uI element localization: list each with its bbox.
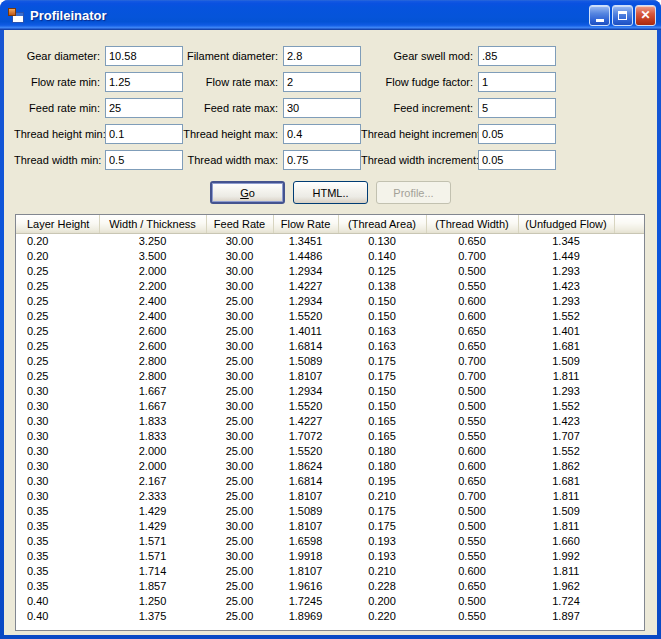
column-header-feed-rate[interactable]: Feed Rate	[206, 215, 273, 233]
app-window: Profileinator ✕ Gear diameter: Filament …	[0, 0, 661, 639]
table-row[interactable]: 0.302.33325.001.81070.2100.7001.811	[16, 488, 644, 503]
thread-height-increment-input[interactable]	[478, 124, 556, 144]
table-row[interactable]: 0.252.40025.001.29340.1500.6001.293	[16, 293, 644, 308]
table-cell: 0.500	[426, 398, 518, 413]
feed-increment-input[interactable]	[478, 98, 556, 118]
feed-rate-min-input[interactable]	[105, 98, 183, 118]
table-row[interactable]: 0.252.80030.001.81070.1750.7001.811	[16, 368, 644, 383]
table-row[interactable]: 0.301.83330.001.70720.1650.5501.707	[16, 428, 644, 443]
table-row[interactable]: 0.351.57130.001.99180.1930.5501.992	[16, 548, 644, 563]
table-row[interactable]: 0.301.66725.001.29340.1500.5001.293	[16, 383, 644, 398]
flow-rate-min-input[interactable]	[105, 72, 183, 92]
table-cell-filler	[614, 233, 644, 248]
go-button[interactable]: Go	[210, 181, 285, 204]
column-header-layer-height[interactable]: Layer Height	[16, 215, 99, 233]
table-cell: 0.25	[16, 368, 99, 383]
results-listview[interactable]: Layer Height Width / Thickness Feed Rate…	[15, 214, 645, 631]
titlebar-controls: ✕	[589, 5, 656, 26]
table-row[interactable]: 0.401.25025.001.72450.2000.5001.724	[16, 593, 644, 608]
table-cell: 1.5089	[273, 503, 338, 518]
table-cell: 0.550	[426, 548, 518, 563]
table-cell: 1.5520	[273, 398, 338, 413]
table-cell: 1.862	[518, 458, 614, 473]
table-row[interactable]: 0.252.20030.001.42270.1380.5501.423	[16, 278, 644, 293]
table-row[interactable]: 0.302.00025.001.55200.1800.6001.552	[16, 443, 644, 458]
thread-height-min-input[interactable]	[105, 124, 183, 144]
table-row[interactable]: 0.252.60025.001.40110.1630.6501.401	[16, 323, 644, 338]
feed-rate-max-input[interactable]	[283, 98, 361, 118]
table-cell: 1.8624	[273, 458, 338, 473]
table-row[interactable]: 0.351.85725.001.96160.2280.6501.962	[16, 578, 644, 593]
table-cell: 1.552	[518, 443, 614, 458]
thread-width-max-input[interactable]	[283, 150, 361, 170]
table-cell: 1.811	[518, 488, 614, 503]
table-row[interactable]: 0.302.16725.001.68140.1950.6501.681	[16, 473, 644, 488]
table-cell: 1.8969	[273, 608, 338, 623]
gear-swell-mod-input[interactable]	[478, 46, 556, 66]
table-row[interactable]: 0.252.40030.001.55200.1500.6001.552	[16, 308, 644, 323]
thread-height-min-label: Thread height min:	[14, 128, 105, 140]
profile-button[interactable]: Profile...	[376, 181, 451, 204]
table-row[interactable]: 0.351.42925.001.50890.1750.5001.509	[16, 503, 644, 518]
table-cell: 0.20	[16, 233, 99, 248]
table-row[interactable]: 0.203.50030.001.44860.1400.7001.449	[16, 248, 644, 263]
table-cell-filler	[614, 488, 644, 503]
minimize-button[interactable]	[589, 5, 610, 26]
table-cell: 0.25	[16, 353, 99, 368]
thread-width-increment-input[interactable]	[478, 150, 556, 170]
table-cell: 1.293	[518, 293, 614, 308]
table-row[interactable]: 0.302.00030.001.86240.1800.6001.862	[16, 458, 644, 473]
table-row[interactable]: 0.351.57125.001.65980.1930.5501.660	[16, 533, 644, 548]
table-row[interactable]: 0.351.71425.001.81070.2100.6001.811	[16, 563, 644, 578]
table-cell: 25.00	[206, 473, 273, 488]
maximize-button[interactable]	[612, 5, 633, 26]
table-row[interactable]: 0.203.25030.001.34510.1300.6501.345	[16, 233, 644, 248]
gear-diameter-input[interactable]	[105, 46, 183, 66]
table-cell: 30.00	[206, 278, 273, 293]
table-cell: 30.00	[206, 428, 273, 443]
table-cell: 0.150	[338, 308, 426, 323]
html-button[interactable]: HTML..	[293, 181, 368, 204]
table-cell: 1.9616	[273, 578, 338, 593]
table-cell: 0.220	[338, 608, 426, 623]
filament-diameter-input[interactable]	[283, 46, 361, 66]
table-row[interactable]: 0.301.83325.001.42270.1650.5501.423	[16, 413, 644, 428]
column-header-thread-area[interactable]: (Thread Area)	[338, 215, 426, 233]
flow-fudge-factor-input[interactable]	[478, 72, 556, 92]
thread-height-max-input[interactable]	[283, 124, 361, 144]
close-button[interactable]: ✕	[635, 5, 656, 26]
go-button-label: Go	[240, 187, 255, 199]
table-cell: 0.210	[338, 563, 426, 578]
column-header-thread-width[interactable]: (Thread Width)	[426, 215, 518, 233]
thread-height-increment-label: Thread height increment:	[361, 128, 478, 140]
table-cell: 1.4227	[273, 413, 338, 428]
table-cell: 1.423	[518, 278, 614, 293]
app-icon-form-shape	[8, 8, 16, 16]
title-bar[interactable]: Profileinator ✕	[0, 0, 661, 30]
table-cell: 1.811	[518, 518, 614, 533]
table-row[interactable]: 0.401.37525.001.89690.2200.5501.897	[16, 608, 644, 623]
table-cell: 0.175	[338, 368, 426, 383]
table-cell: 25.00	[206, 503, 273, 518]
table-cell: 0.550	[426, 278, 518, 293]
table-row[interactable]: 0.252.00030.001.29340.1250.5001.293	[16, 263, 644, 278]
feed-rate-min-field: Feed rate min:	[14, 98, 183, 118]
table-cell-filler	[614, 473, 644, 488]
flow-rate-max-input[interactable]	[283, 72, 361, 92]
column-header-width-thickness[interactable]: Width / Thickness	[99, 215, 206, 233]
thread-width-min-input[interactable]	[105, 150, 183, 170]
table-cell-filler	[614, 518, 644, 533]
table-row[interactable]: 0.252.60030.001.68140.1630.6501.681	[16, 338, 644, 353]
table-row[interactable]: 0.301.66730.001.55200.1500.5001.552	[16, 398, 644, 413]
column-header-flow-rate[interactable]: Flow Rate	[273, 215, 338, 233]
table-cell: 0.700	[426, 488, 518, 503]
table-row[interactable]: 0.351.42930.001.81070.1750.5001.811	[16, 518, 644, 533]
table-cell: 1.667	[99, 398, 206, 413]
table-cell: 0.193	[338, 533, 426, 548]
table-cell: 0.200	[338, 593, 426, 608]
column-header-unfudged-flow[interactable]: (Unfudged Flow)	[518, 215, 614, 233]
table-cell: 0.650	[426, 338, 518, 353]
results-table-body: 0.203.25030.001.34510.1300.6501.3450.203…	[16, 233, 644, 623]
table-cell: 1.811	[518, 563, 614, 578]
table-row[interactable]: 0.252.80025.001.50890.1750.7001.509	[16, 353, 644, 368]
